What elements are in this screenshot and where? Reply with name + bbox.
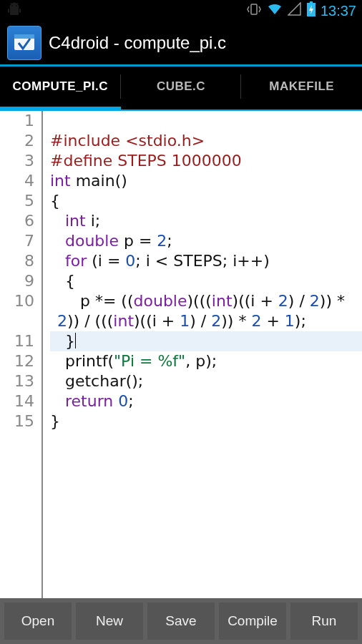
open-button[interactable]: Open bbox=[4, 602, 72, 640]
svg-point-0 bbox=[11, 5, 13, 6]
code-line[interactable]: int i; bbox=[50, 211, 362, 231]
code-line[interactable]: { bbox=[50, 191, 362, 211]
code-line[interactable]: p *= ((double)(((int)((i + 2) / 2)) * 2)… bbox=[50, 291, 362, 331]
line-number: 15 bbox=[0, 411, 34, 431]
new-button[interactable]: New bbox=[76, 602, 143, 640]
wifi-icon bbox=[266, 2, 283, 19]
tab-makefile[interactable]: MAKEFILE bbox=[241, 67, 362, 109]
line-gutter: 123456789101112131415 bbox=[0, 111, 43, 600]
line-number: 14 bbox=[0, 391, 34, 411]
code-line[interactable]: } bbox=[50, 331, 362, 351]
svg-rect-5 bbox=[251, 4, 257, 14]
code-line[interactable]: getchar(); bbox=[50, 371, 362, 391]
code-line[interactable]: printf("Pi = %f", p); bbox=[50, 351, 362, 371]
svg-rect-4 bbox=[19, 9, 21, 13]
code-area[interactable]: #include <stdio.h>#define STEPS 1000000i… bbox=[43, 111, 362, 600]
code-line[interactable]: return 0; bbox=[50, 391, 362, 411]
svg-rect-6 bbox=[310, 1, 313, 3]
code-line[interactable] bbox=[50, 111, 362, 131]
svg-rect-3 bbox=[8, 9, 9, 13]
code-line[interactable]: double p = 2; bbox=[50, 231, 362, 251]
signal-icon bbox=[288, 2, 302, 19]
code-line[interactable]: int main() bbox=[50, 171, 362, 191]
page-title: C4droid - compute_pi.c bbox=[49, 33, 226, 53]
tab-cubec[interactable]: CUBE.C bbox=[121, 67, 242, 109]
line-number: 5 bbox=[0, 191, 34, 211]
app-icon[interactable] bbox=[7, 26, 41, 60]
save-button[interactable]: Save bbox=[147, 602, 215, 640]
svg-rect-2 bbox=[10, 8, 19, 15]
action-bar: C4droid - compute_pi.c bbox=[0, 21, 362, 64]
compile-button[interactable]: Compile bbox=[219, 602, 286, 640]
line-number: 12 bbox=[0, 351, 34, 371]
battery-icon bbox=[306, 1, 316, 20]
android-logo bbox=[6, 2, 23, 19]
line-number: 6 bbox=[0, 211, 34, 231]
svg-point-1 bbox=[16, 5, 17, 6]
line-number: 7 bbox=[0, 231, 34, 251]
line-number: 2 bbox=[0, 131, 34, 151]
tab-computepic[interactable]: COMPUTE_PI.C bbox=[0, 67, 121, 109]
text-cursor bbox=[75, 333, 76, 348]
vibrate-icon bbox=[246, 2, 262, 19]
status-bar: 13:37 bbox=[0, 0, 362, 21]
code-line[interactable]: #define STEPS 1000000 bbox=[50, 151, 362, 171]
line-number: 1 bbox=[0, 111, 34, 131]
svg-rect-9 bbox=[14, 34, 34, 39]
line-number: 3 bbox=[0, 151, 34, 171]
code-line[interactable]: { bbox=[50, 271, 362, 291]
clock-time: 13:37 bbox=[321, 3, 356, 19]
code-line[interactable]: #include <stdio.h> bbox=[50, 131, 362, 151]
code-line[interactable]: for (i = 0; i < STEPS; i++) bbox=[50, 251, 362, 271]
line-number: 11 bbox=[0, 331, 34, 351]
tab-bar: COMPUTE_PI.CCUBE.CMAKEFILE bbox=[0, 67, 362, 109]
line-number: 13 bbox=[0, 371, 34, 391]
line-number: 10 bbox=[0, 291, 34, 331]
line-number: 4 bbox=[0, 171, 34, 191]
line-number: 8 bbox=[0, 251, 34, 271]
bottom-toolbar: OpenNewSaveCompileRun bbox=[0, 598, 362, 644]
code-editor[interactable]: 123456789101112131415 #include <stdio.h>… bbox=[0, 111, 362, 600]
code-line[interactable]: } bbox=[50, 411, 362, 431]
run-button[interactable]: Run bbox=[290, 602, 358, 640]
line-number: 9 bbox=[0, 271, 34, 291]
